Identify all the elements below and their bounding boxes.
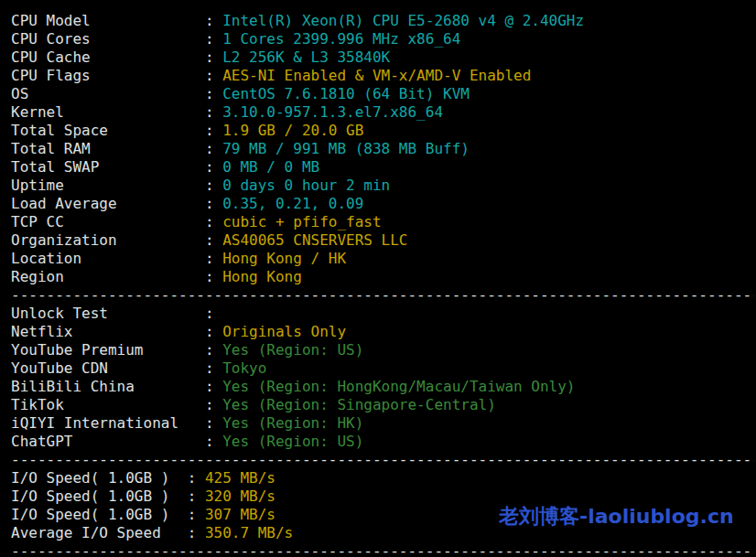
- row-label: I/O Speed( 1.0GB ): [11, 469, 188, 487]
- row-label: Average I/O Speed: [11, 524, 188, 542]
- row-value: 307 MB/s: [205, 506, 275, 523]
- row-label: Location: [11, 250, 205, 268]
- row-value: Hong Kong: [222, 268, 302, 285]
- terminal-row: Kernel: 3.10.0-957.1.3.el7.x86_64: [11, 103, 756, 122]
- row-colon: :: [205, 341, 222, 359]
- row-value: 1.9 GB / 20.0 GB: [222, 122, 363, 139]
- row-label: Uptime: [11, 177, 205, 195]
- row-colon: :: [205, 30, 222, 48]
- row-value: Yes (Region: US): [222, 433, 363, 450]
- row-label: Region: [11, 268, 205, 286]
- row-colon: :: [205, 177, 222, 194]
- row-colon: :: [188, 487, 205, 505]
- row-value: AS40065 CNSERVERS LLC: [222, 231, 407, 249]
- row-value: Yes (Region: HK): [222, 414, 363, 432]
- terminal-row: YouTube CDN: Tokyo: [11, 359, 756, 378]
- row-colon: :: [205, 67, 222, 84]
- terminal-row: CPU Cores: 1 Cores 2399.996 MHz x86_64: [11, 30, 756, 48]
- row-value: 1 Cores 2399.996 MHz x86_64: [222, 30, 460, 48]
- row-value: Originals Only: [222, 323, 346, 340]
- section-system-info: CPU Model: Intel(R) Xeon(R) CPU E5-2680 …: [11, 12, 756, 286]
- separator-line: ----------------------------------------…: [11, 451, 754, 469]
- terminal-row: CPU Cache: L2 256K & L3 35840K: [11, 48, 756, 67]
- row-value: Yes (Region: US): [222, 341, 363, 359]
- terminal-row: TCP CC: cubic + pfifo_fast: [11, 213, 756, 231]
- row-label: ChatGPT: [11, 433, 205, 451]
- row-colon: :: [205, 305, 222, 322]
- terminal-row: Total RAM: 79 MB / 991 MB (838 MB Buff): [11, 140, 756, 158]
- row-label: I/O Speed( 1.0GB ): [11, 487, 188, 506]
- row-value: AES-NI Enabled & VM-x/AMD-V Enabled: [222, 67, 531, 84]
- separator-line: ----------------------------------------…: [11, 542, 754, 557]
- row-value: Yes (Region: HongKong/Macau/Taiwan Only): [222, 378, 575, 395]
- row-label: I/O Speed( 1.0GB ): [11, 506, 188, 524]
- row-label: CPU Cache: [11, 48, 205, 67]
- terminal-row: TikTok: Yes (Region: Singapore-Central): [11, 396, 756, 414]
- row-value: CentOS 7.6.1810 (64 Bit) KVM: [222, 85, 470, 102]
- row-colon: :: [188, 469, 205, 487]
- row-value: 350.7 MB/s: [205, 524, 293, 541]
- row-label: iQIYI International: [11, 414, 205, 433]
- terminal-row: Load Average: 0.35, 0.21, 0.09: [11, 195, 756, 213]
- terminal-row: Region: Hong Kong: [11, 268, 756, 286]
- row-colon: :: [205, 48, 222, 66]
- row-label: Unlock Test: [11, 305, 205, 323]
- terminal-output: CPU Model: Intel(R) Xeon(R) CPU E5-2680 …: [0, 0, 756, 557]
- row-label: Total Space: [11, 122, 205, 140]
- terminal-row: Total SWAP: 0 MB / 0 MB: [11, 158, 756, 177]
- row-label: CPU Flags: [11, 67, 205, 85]
- row-label: OS: [11, 85, 205, 103]
- terminal-row: I/O Speed( 1.0GB ): 425 MB/s: [11, 469, 756, 487]
- row-colon: :: [205, 250, 222, 267]
- row-label: Netflix: [11, 323, 205, 341]
- row-value: L2 256K & L3 35840K: [222, 48, 390, 66]
- terminal-row: CPU Flags: AES-NI Enabled & VM-x/AMD-V E…: [11, 67, 756, 85]
- row-label: YouTube CDN: [11, 359, 205, 378]
- terminal-row: Netflix: Originals Only: [11, 323, 756, 341]
- row-colon: :: [205, 378, 222, 395]
- row-label: Total RAM: [11, 140, 205, 158]
- row-colon: :: [205, 396, 222, 413]
- terminal-row: BiliBili China: Yes (Region: HongKong/Ma…: [11, 378, 756, 396]
- row-label: Kernel: [11, 103, 205, 122]
- row-value: Intel(R) Xeon(R) CPU E5-2680 v4 @ 2.40GH…: [222, 12, 584, 29]
- section-unlock-test: Unlock Test: Netflix: Originals OnlyYouT…: [11, 305, 756, 451]
- row-value: Yes (Region: Singapore-Central): [222, 396, 496, 413]
- row-label: Total SWAP: [11, 158, 205, 177]
- terminal-row: CPU Model: Intel(R) Xeon(R) CPU E5-2680 …: [11, 12, 756, 30]
- terminal-row: ChatGPT: Yes (Region: US): [11, 433, 756, 451]
- terminal-row: YouTube Premium: Yes (Region: US): [11, 341, 756, 359]
- row-label: TikTok: [11, 396, 205, 414]
- row-colon: :: [205, 268, 222, 285]
- row-label: TCP CC: [11, 213, 205, 231]
- row-label: Organization: [11, 231, 205, 250]
- row-colon: :: [205, 213, 222, 230]
- row-colon: :: [205, 231, 222, 249]
- row-label: YouTube Premium: [11, 341, 205, 359]
- terminal-row: OS: CentOS 7.6.1810 (64 Bit) KVM: [11, 85, 756, 103]
- row-colon: :: [205, 12, 222, 29]
- row-colon: :: [205, 158, 222, 176]
- row-colon: :: [205, 414, 222, 432]
- row-colon: :: [188, 524, 205, 541]
- row-colon: :: [188, 506, 205, 523]
- watermark-laoliublog: 老刘博客-laoliublog.cn: [499, 503, 734, 530]
- terminal-row: Organization: AS40065 CNSERVERS LLC: [11, 231, 756, 250]
- terminal-row: Unlock Test:: [11, 305, 756, 323]
- row-colon: :: [205, 85, 222, 102]
- row-label: CPU Cores: [11, 30, 205, 48]
- terminal-row: Total Space: 1.9 GB / 20.0 GB: [11, 122, 756, 140]
- row-colon: :: [205, 323, 222, 340]
- row-value: 425 MB/s: [205, 469, 275, 487]
- row-value: 0 days 0 hour 2 min: [222, 177, 390, 194]
- row-value: cubic + pfifo_fast: [222, 213, 381, 230]
- row-colon: :: [205, 122, 222, 139]
- row-colon: :: [205, 195, 222, 212]
- row-value: 0 MB / 0 MB: [222, 158, 319, 176]
- terminal-row: Location: Hong Kong / HK: [11, 250, 756, 268]
- row-value: 79 MB / 991 MB (838 MB Buff): [222, 140, 470, 157]
- row-value: 0.35, 0.21, 0.09: [222, 195, 363, 212]
- row-colon: :: [205, 140, 222, 157]
- row-label: Load Average: [11, 195, 205, 213]
- terminal-row: iQIYI International: Yes (Region: HK): [11, 414, 756, 433]
